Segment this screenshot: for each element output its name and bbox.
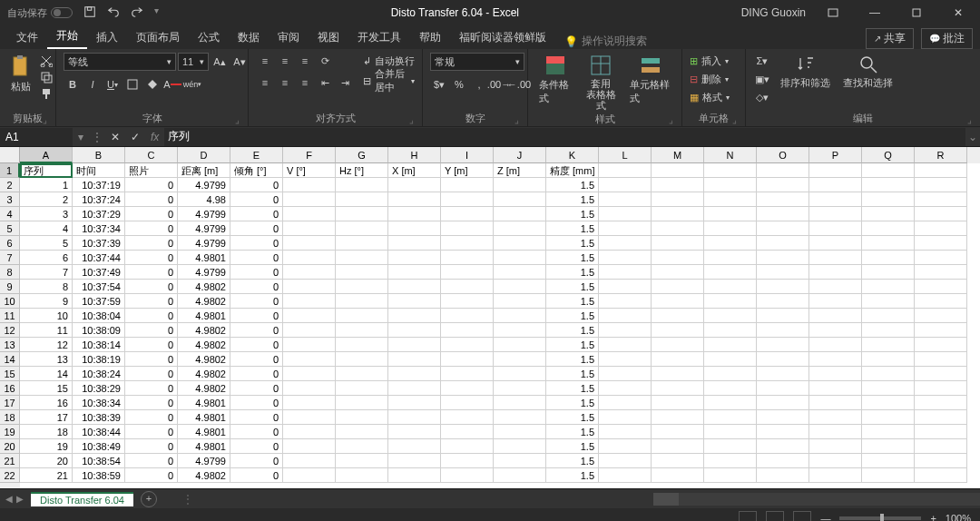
cell[interactable] — [862, 396, 915, 410]
cell[interactable] — [757, 338, 809, 352]
cell[interactable] — [441, 468, 494, 483]
cell[interactable] — [915, 410, 967, 425]
cell[interactable] — [652, 207, 704, 221]
cell[interactable] — [441, 309, 494, 323]
orientation-icon[interactable]: ⟳ — [316, 53, 334, 69]
cell[interactable] — [757, 309, 809, 323]
new-sheet-button[interactable]: + — [141, 491, 157, 507]
decrease-font-icon[interactable]: A▾ — [230, 54, 249, 70]
cell[interactable]: 4.9802 — [178, 338, 230, 352]
cell[interactable]: 4.9799 — [178, 454, 230, 468]
cell[interactable] — [862, 221, 915, 236]
cell[interactable] — [441, 410, 494, 425]
align-top-icon[interactable]: ≡ — [256, 53, 274, 69]
cell[interactable] — [283, 221, 336, 236]
tab-页面布局[interactable]: 页面布局 — [127, 26, 189, 49]
cell[interactable]: 1.5 — [546, 468, 599, 483]
cell[interactable] — [283, 309, 336, 323]
cell[interactable]: 4.9799 — [178, 265, 230, 280]
cell[interactable] — [757, 439, 809, 454]
cell[interactable]: 18 — [20, 425, 73, 439]
cell[interactable] — [388, 410, 441, 425]
cell[interactable]: V [°] — [283, 163, 336, 178]
cell[interactable]: 1.5 — [546, 236, 599, 251]
cell[interactable] — [809, 251, 862, 265]
tab-数据[interactable]: 数据 — [229, 26, 269, 49]
row-header[interactable]: 8 — [0, 265, 20, 280]
cell[interactable]: 4.9802 — [178, 381, 230, 396]
cell[interactable]: 10 — [20, 309, 73, 323]
cell[interactable] — [599, 207, 652, 221]
share-button[interactable]: ↗ 共享 — [866, 28, 914, 49]
cell[interactable] — [388, 251, 441, 265]
cell[interactable]: Hz [°] — [336, 163, 388, 178]
cell[interactable] — [599, 468, 652, 483]
cell[interactable] — [441, 367, 494, 381]
maximize-icon[interactable] — [902, 4, 931, 22]
normal-view-icon[interactable] — [739, 511, 757, 521]
cell[interactable] — [388, 178, 441, 192]
cell[interactable] — [809, 425, 862, 439]
cell[interactable] — [336, 265, 388, 280]
cell[interactable]: 0 — [125, 396, 178, 410]
name-box[interactable] — [0, 128, 73, 146]
percent-format-icon[interactable]: % — [450, 76, 468, 93]
cell[interactable] — [652, 410, 704, 425]
cell[interactable]: 10:37:39 — [73, 236, 125, 251]
cell[interactable]: 1.5 — [546, 207, 599, 221]
cell[interactable] — [599, 236, 652, 251]
cell[interactable] — [336, 323, 388, 338]
cell[interactable]: 1.5 — [546, 396, 599, 410]
cell[interactable] — [494, 251, 546, 265]
cell[interactable]: 21 — [20, 468, 73, 483]
cell[interactable] — [388, 221, 441, 236]
cell[interactable] — [757, 251, 809, 265]
cell[interactable]: 16 — [20, 396, 73, 410]
cell[interactable]: 4.9802 — [178, 367, 230, 381]
cell[interactable] — [704, 323, 757, 338]
minimize-icon[interactable]: — — [860, 4, 889, 22]
cell[interactable]: 4.9802 — [178, 468, 230, 483]
page-layout-view-icon[interactable] — [766, 511, 784, 521]
cell[interactable] — [809, 280, 862, 294]
cell[interactable]: 10:38:14 — [73, 338, 125, 352]
cell[interactable] — [599, 410, 652, 425]
cell[interactable] — [441, 251, 494, 265]
cell[interactable] — [704, 221, 757, 236]
cell[interactable]: 4.9799 — [178, 178, 230, 192]
cell[interactable]: 0 — [125, 367, 178, 381]
cell[interactable]: 0 — [125, 338, 178, 352]
enter-formula-icon[interactable]: ✓ — [125, 131, 145, 143]
bold-button[interactable]: B — [64, 76, 82, 93]
cell[interactable] — [652, 192, 704, 207]
cell[interactable]: 1.5 — [546, 251, 599, 265]
cell[interactable] — [809, 178, 862, 192]
cell[interactable] — [336, 454, 388, 468]
cell[interactable] — [704, 294, 757, 309]
column-header[interactable]: H — [388, 147, 441, 163]
cell[interactable] — [441, 381, 494, 396]
cell[interactable] — [283, 192, 336, 207]
cell[interactable] — [704, 410, 757, 425]
fill-icon[interactable]: ▣▾ — [753, 71, 771, 87]
cell[interactable] — [652, 294, 704, 309]
cell[interactable] — [757, 221, 809, 236]
cell[interactable]: 10:38:54 — [73, 454, 125, 468]
cell[interactable]: 序列 — [20, 163, 73, 178]
cell[interactable] — [862, 309, 915, 323]
cell[interactable] — [441, 265, 494, 280]
cell[interactable]: 10:38:04 — [73, 309, 125, 323]
tab-帮助[interactable]: 帮助 — [410, 26, 450, 49]
cell[interactable]: 0 — [230, 439, 283, 454]
cell[interactable]: 4.9799 — [178, 236, 230, 251]
tab-开发工具[interactable]: 开发工具 — [348, 26, 410, 49]
cell[interactable] — [441, 396, 494, 410]
cell[interactable]: 0 — [230, 323, 283, 338]
cell[interactable] — [704, 396, 757, 410]
cell[interactable]: 1.5 — [546, 265, 599, 280]
tell-me-search[interactable]: 💡 操作说明搜索 — [564, 34, 647, 49]
cell[interactable] — [441, 352, 494, 367]
cell[interactable] — [336, 367, 388, 381]
cell[interactable]: 1.5 — [546, 178, 599, 192]
cell[interactable] — [599, 352, 652, 367]
